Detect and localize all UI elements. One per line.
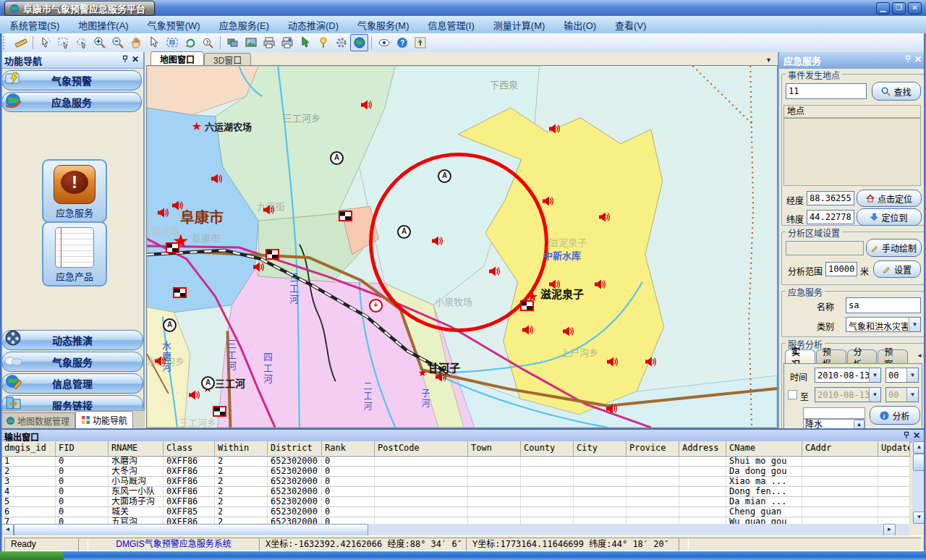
- menu-item-6[interactable]: 信息管理(I): [419, 18, 484, 32]
- column-header[interactable]: County: [521, 441, 574, 456]
- pan-icon[interactable]: [127, 34, 145, 51]
- pin-icon[interactable]: [120, 55, 130, 65]
- nav-group-0[interactable]: 气象预警: [1, 70, 142, 90]
- hscroll-thumb[interactable]: [14, 524, 368, 536]
- scroll-left-icon[interactable]: ◄: [1, 524, 14, 536]
- export-map-icon[interactable]: [242, 34, 260, 51]
- service-type-select[interactable]: 气象和洪水灾害 ▼: [846, 317, 921, 332]
- identify-icon[interactable]: ?: [199, 34, 217, 51]
- measure-icon[interactable]: [12, 34, 30, 51]
- nav-group-bottom-0[interactable]: 动态推演: [1, 330, 143, 350]
- range-set-button[interactable]: 设置: [873, 260, 921, 278]
- nav-group-bottom-2[interactable]: 信息管理: [1, 373, 143, 394]
- zoom-out-icon[interactable]: [109, 34, 127, 51]
- nav-group-1[interactable]: 应急服务: [1, 92, 142, 112]
- chevron-down-icon[interactable]: ▼: [906, 368, 918, 382]
- scroll-up-icon[interactable]: ▲: [854, 420, 865, 428]
- pointer-icon[interactable]: [145, 34, 163, 51]
- column-header[interactable]: Rank: [322, 441, 375, 456]
- menu-item-2[interactable]: 气象预警(W): [138, 18, 210, 32]
- start-button-sliver[interactable]: [0, 551, 64, 560]
- column-header[interactable]: District: [268, 441, 322, 456]
- print-icon[interactable]: [260, 34, 278, 51]
- tab-scroll-left-icon[interactable]: ◄: [917, 352, 922, 359]
- service-tab-1[interactable]: 预报: [816, 349, 846, 364]
- place-list[interactable]: [783, 118, 921, 186]
- panel-tab-1[interactable]: 功能导航: [75, 411, 133, 428]
- element-filter-box[interactable]: [803, 407, 865, 419]
- menu-item-0[interactable]: 系统管理(S): [0, 18, 69, 32]
- to-checkbox[interactable]: [788, 390, 797, 399]
- menu-item-9[interactable]: 查看(V): [606, 18, 655, 32]
- menu-item-3[interactable]: 应急服务(E): [210, 18, 279, 32]
- visibility-eye-icon[interactable]: [375, 34, 393, 51]
- export-image-icon[interactable]: [411, 34, 429, 51]
- refresh-icon[interactable]: [181, 34, 199, 51]
- location-search-input[interactable]: [786, 83, 867, 99]
- analyze-button[interactable]: i 分析: [870, 406, 920, 425]
- rect-select-icon[interactable]: [54, 34, 72, 51]
- table-row[interactable]: 60城关0XFF8526523020000Cheng guan: [1, 507, 910, 517]
- menu-item-5[interactable]: 气象服务(M): [348, 18, 419, 32]
- table-row[interactable]: 10水磨沟0XFF8626523020000Shui mo gou: [1, 457, 910, 467]
- table-row[interactable]: 50大面场子沟0XFF8626523020000Da mian ...: [1, 497, 910, 507]
- hour-select[interactable]: 00 ▼: [885, 368, 919, 383]
- date-select[interactable]: 2010-08-13 ▼: [815, 368, 881, 383]
- table-hscrollbar[interactable]: ◄ ►: [1, 524, 909, 535]
- service-tab-0[interactable]: 实况: [785, 349, 815, 364]
- close-icon[interactable]: ✕: [912, 431, 922, 441]
- range-input[interactable]: [825, 262, 857, 276]
- settings-gear-icon[interactable]: [332, 34, 350, 51]
- column-header[interactable]: FID: [56, 441, 109, 456]
- menu-item-8[interactable]: 输出(O): [554, 18, 606, 32]
- shortcut-1[interactable]: 应急产品: [42, 221, 107, 287]
- menu-item-7[interactable]: 测量计算(M): [484, 18, 555, 32]
- service-tab-2[interactable]: 分析: [847, 349, 878, 364]
- table-row[interactable]: 70五官沟0XFF8626523020000Wu guan gou: [1, 517, 910, 524]
- table-row[interactable]: 30小马厩沟0XFF8626523020000Xiao ma ...: [1, 477, 910, 487]
- manual-draw-button[interactable]: 手动绘制: [866, 239, 922, 257]
- column-header[interactable]: CAddr: [802, 441, 878, 456]
- goto-location-button[interactable]: 定位到: [857, 208, 922, 226]
- toolbar-handle[interactable]: [3, 36, 9, 49]
- longitude-input[interactable]: [807, 191, 854, 205]
- map-tab-0[interactable]: 地图窗口: [150, 51, 204, 65]
- column-header[interactable]: City: [574, 441, 626, 456]
- column-header[interactable]: Within: [215, 441, 268, 456]
- chevron-down-icon[interactable]: ▼: [909, 318, 920, 331]
- close-icon[interactable]: ✕: [913, 55, 923, 65]
- column-header[interactable]: Address: [679, 441, 726, 456]
- table-row[interactable]: 20大冬沟0XFF8626523020000Da dong gou: [1, 467, 910, 477]
- column-header[interactable]: Class: [163, 441, 215, 456]
- help-icon[interactable]: ?: [393, 34, 411, 51]
- element-list[interactable]: 降水空气温度 ▲: [803, 419, 865, 428]
- column-header[interactable]: Update: [878, 441, 910, 456]
- map-tab-dropdown-icon[interactable]: ▼: [765, 56, 772, 64]
- chevron-down-icon[interactable]: ▼: [869, 368, 880, 382]
- scroll-right-icon[interactable]: ►: [883, 524, 896, 536]
- map-view[interactable]: 六运湖农场三工河乡下西泉九运街城关镇阜康市阜康市滋泥泉子中新水库滋泥泉子小泉牧场…: [146, 65, 778, 428]
- map-layers-icon[interactable]: [224, 34, 242, 51]
- close-icon[interactable]: ✕: [130, 55, 140, 65]
- green-pointer-icon[interactable]: [296, 34, 314, 51]
- column-header[interactable]: Provice: [626, 441, 679, 456]
- zoom-in-icon[interactable]: [90, 34, 109, 51]
- column-header[interactable]: CName: [726, 441, 802, 456]
- service-name-input[interactable]: [846, 297, 921, 313]
- service-tab-3[interactable]: 预案: [878, 349, 908, 364]
- pin-icon[interactable]: [901, 431, 912, 441]
- latitude-input[interactable]: [807, 210, 854, 224]
- menu-item-4[interactable]: 动态推演(D): [279, 18, 348, 32]
- output-table[interactable]: dmgis_idFIDRNAMEClassWithinDistrictRankP…: [1, 441, 910, 524]
- panel-tab-0[interactable]: 地图数据管理: [0, 412, 75, 428]
- place-list-header[interactable]: 地点: [783, 105, 921, 118]
- column-header[interactable]: RNAME: [109, 441, 163, 456]
- close-button[interactable]: ✕: [908, 2, 922, 14]
- column-header[interactable]: PostCode: [375, 441, 468, 456]
- table-row[interactable]: 40东风一小队0XFF8626523020000Dong fen...: [1, 487, 910, 497]
- nav-group-bottom-1[interactable]: 气象服务: [1, 352, 143, 372]
- print-preview-icon[interactable]: [278, 34, 296, 51]
- column-header[interactable]: dmgis_id: [1, 441, 56, 456]
- menu-item-1[interactable]: 地图操作(A): [69, 18, 137, 32]
- restore-button[interactable]: ❐: [892, 2, 906, 14]
